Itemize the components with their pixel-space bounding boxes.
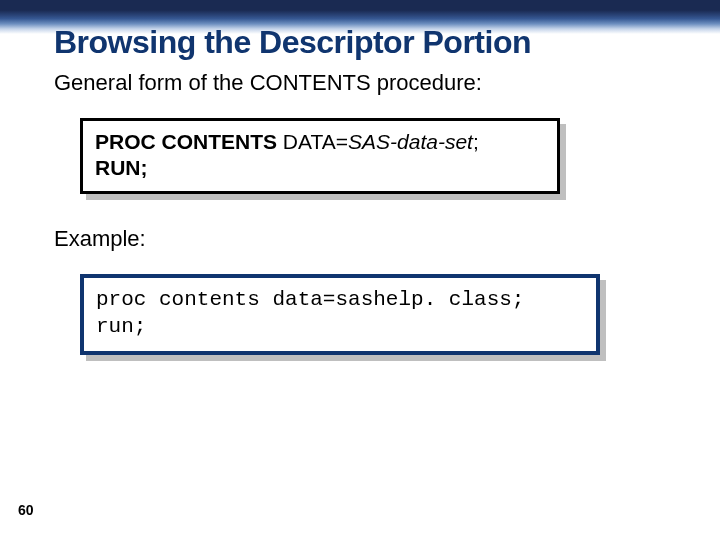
example-box-wrap: proc contents data=sashelp. class; run; bbox=[80, 274, 680, 355]
slide-title: Browsing the Descriptor Portion bbox=[54, 26, 680, 60]
example-line-1: proc contents data=sashelp. class; bbox=[96, 286, 584, 313]
example-line-2: run; bbox=[96, 313, 584, 340]
example-label: Example: bbox=[54, 226, 680, 252]
syntax-dataset-arg: SAS-data-set bbox=[348, 130, 473, 153]
syntax-data-eq: DATA= bbox=[277, 130, 348, 153]
syntax-box-shadow: PROC CONTENTS DATA=SAS-data-set; RUN; bbox=[80, 118, 560, 195]
syntax-box: PROC CONTENTS DATA=SAS-data-set; RUN; bbox=[80, 118, 560, 195]
syntax-proc-contents: PROC CONTENTS bbox=[95, 130, 277, 153]
syntax-box-wrap: PROC CONTENTS DATA=SAS-data-set; RUN; bbox=[80, 118, 680, 195]
syntax-semicolon: ; bbox=[473, 130, 479, 153]
example-box-shadow: proc contents data=sashelp. class; run; bbox=[80, 274, 600, 355]
syntax-line-2: RUN; bbox=[95, 155, 545, 181]
intro-text: General form of the CONTENTS procedure: bbox=[54, 70, 680, 96]
page-number: 60 bbox=[18, 502, 34, 518]
example-box: proc contents data=sashelp. class; run; bbox=[80, 274, 600, 355]
syntax-line-1: PROC CONTENTS DATA=SAS-data-set; bbox=[95, 129, 545, 155]
slide-content: Browsing the Descriptor Portion General … bbox=[54, 26, 680, 387]
